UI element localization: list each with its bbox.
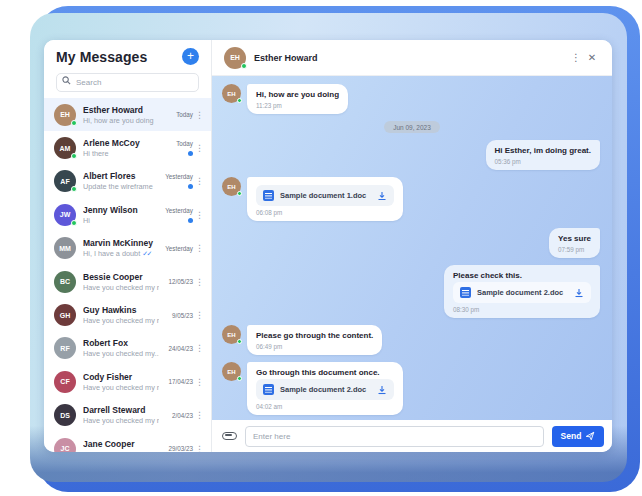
contact-name: Marvin McKinney xyxy=(83,238,159,248)
read-receipt-icon: ✓✓ xyxy=(142,250,151,257)
message-bubble: Hi, how are you doing 11:23 pm xyxy=(247,84,348,114)
send-button[interactable]: Send xyxy=(552,426,604,447)
message-preview: Hi there xyxy=(83,149,159,158)
download-icon[interactable] xyxy=(377,385,387,395)
contact-name: Jane Cooper xyxy=(83,439,159,449)
file-attachment: Sample document 1.doc xyxy=(256,185,394,206)
contact-name: Jenny Wilson xyxy=(83,205,159,215)
message-outgoing: Yes sure 07:59 pm xyxy=(222,228,602,258)
conversation-row-robert-fox[interactable]: RF Robert FoxHave you checked my... ✓✓ 2… xyxy=(44,332,211,365)
contact-name: Darrell Steward xyxy=(83,405,159,415)
contact-name: Robert Fox xyxy=(83,338,159,348)
search-icon xyxy=(62,76,71,85)
message-time: 04:02 am xyxy=(256,403,394,410)
message-input[interactable] xyxy=(245,426,544,447)
conversation-row-albert-flores[interactable]: AF Albert FloresUpdate the wireframe Yes… xyxy=(44,165,211,198)
message-time: 06:49 pm xyxy=(256,343,373,350)
online-dot xyxy=(237,98,242,103)
kebab-menu-icon[interactable]: ⋮ xyxy=(193,410,203,420)
message-time: 08:30 pm xyxy=(453,306,591,313)
avatar: EH xyxy=(222,362,241,381)
search-input[interactable] xyxy=(56,73,199,92)
file-attachment: Sample document 2.doc xyxy=(256,379,394,400)
conversation-date: 12/05/23 xyxy=(168,278,193,285)
conversation-date: 17/04/23 xyxy=(168,378,193,385)
message-time: 11:23 pm xyxy=(256,102,339,109)
message-incoming: EH Go through this document once. Sample… xyxy=(222,362,602,415)
new-message-button[interactable]: + xyxy=(182,48,199,65)
document-icon xyxy=(460,287,471,298)
message-incoming: EH Sample document 1.doc 06:08 pm xyxy=(222,177,602,221)
avatar: EH xyxy=(222,325,241,344)
sidebar-header: My Messages + xyxy=(44,40,211,71)
message-bubble: Sample document 1.doc 06:08 pm xyxy=(247,177,403,221)
conversation-row-darrell-steward[interactable]: DS Darrell StewardHave you checked my ma… xyxy=(44,399,211,432)
conversation-row-arlene-mccoy[interactable]: AM Arlene McCoyHi there Today ⋮ xyxy=(44,131,211,164)
download-icon[interactable] xyxy=(574,288,584,298)
kebab-menu-icon[interactable]: ⋮ xyxy=(193,143,203,153)
avatar: AM xyxy=(54,137,76,159)
file-attachment: Sample document 2.doc xyxy=(453,282,591,303)
online-dot xyxy=(241,63,247,69)
message-preview: Update the wireframe xyxy=(83,182,159,191)
conversation-list: EH Esther HowardHi, how are you doing To… xyxy=(44,98,211,452)
chat-menu-icon[interactable]: ⋮ xyxy=(568,52,584,63)
contact-name: Guy Hawkins xyxy=(83,305,159,315)
chat-contact-name: Esther Howard xyxy=(254,53,318,63)
avatar: RF xyxy=(54,337,76,359)
download-icon[interactable] xyxy=(377,191,387,201)
chat-header: EH Esther Howard ⋮ ✕ xyxy=(212,40,612,76)
message-outgoing: Hi Esther, im doing great. 05:36 pm xyxy=(222,140,602,170)
contact-name: Esther Howard xyxy=(83,105,159,115)
conversation-date: Today xyxy=(176,111,193,118)
kebab-menu-icon[interactable]: ⋮ xyxy=(193,277,203,287)
conversation-row-jenny-wilson[interactable]: JW Jenny WilsonHi Yesterday ⋮ xyxy=(44,198,211,231)
page-title: My Messages xyxy=(56,49,147,65)
conversation-row-bessie-cooper[interactable]: BC Bessie CooperHave you checked my mail… xyxy=(44,265,211,298)
message-incoming: EH Hi, how are you doing 11:23 pm xyxy=(222,84,602,114)
messenger-window: My Messages + EH Esther HowardHi, how ar… xyxy=(44,40,612,452)
search-box xyxy=(56,71,199,92)
contact-name: Albert Flores xyxy=(83,171,159,181)
contact-avatar: EH xyxy=(224,47,246,69)
conversation-date: 29/03/23 xyxy=(168,445,193,452)
avatar: DS xyxy=(54,404,76,426)
date-separator: Jun 09, 2023 xyxy=(384,121,440,133)
conversation-date: Yesterday xyxy=(165,245,193,252)
document-icon xyxy=(263,384,274,395)
conversation-row-jane-cooper[interactable]: JC Jane CooperHave you checked my mail 2… xyxy=(44,432,211,452)
contact-name: Arlene McCoy xyxy=(83,138,159,148)
conversation-sidebar: My Messages + EH Esther HowardHi, how ar… xyxy=(44,40,212,452)
kebab-menu-icon[interactable]: ⋮ xyxy=(193,243,203,253)
kebab-menu-icon[interactable]: ⋮ xyxy=(193,176,203,186)
avatar: JW xyxy=(54,204,76,226)
kebab-menu-icon[interactable]: ⋮ xyxy=(193,343,203,353)
conversation-row-esther-howard[interactable]: EH Esther HowardHi, how are you doing To… xyxy=(44,98,211,131)
close-icon[interactable]: ✕ xyxy=(584,52,600,63)
avatar: EH xyxy=(222,177,241,196)
message-bubble: Please go through the content. 06:49 pm xyxy=(247,325,382,355)
message-history: EH Hi, how are you doing 11:23 pm Jun 09… xyxy=(212,76,612,420)
avatar: EH xyxy=(54,104,76,126)
attachment-icon[interactable] xyxy=(222,432,237,440)
message-preview: Hi xyxy=(83,216,159,225)
conversation-date: 9/05/23 xyxy=(172,312,193,319)
message-preview: Have you checked my mail xyxy=(83,316,159,325)
message-incoming: EH Please go through the content. 06:49 … xyxy=(222,325,602,355)
kebab-menu-icon[interactable]: ⋮ xyxy=(193,310,203,320)
kebab-menu-icon[interactable]: ⋮ xyxy=(193,444,203,452)
message-preview: Hi, how are you doing xyxy=(83,116,159,125)
conversation-row-guy-hawkins[interactable]: GH Guy HawkinsHave you checked my mail 9… xyxy=(44,298,211,331)
message-preview: Have you checked my mail xyxy=(83,416,159,425)
online-dot xyxy=(71,220,77,226)
kebab-menu-icon[interactable]: ⋮ xyxy=(193,110,203,120)
kebab-menu-icon[interactable]: ⋮ xyxy=(193,377,203,387)
contact-name: Bessie Cooper xyxy=(83,272,159,282)
message-preview: Have you checked my mail xyxy=(83,283,159,292)
conversation-row-marvin-mckinney[interactable]: MM Marvin McKinneyHi, I have a doubt ✓✓ … xyxy=(44,232,211,265)
kebab-menu-icon[interactable]: ⋮ xyxy=(193,210,203,220)
conversation-row-cody-fisher[interactable]: CF Cody FisherHave you checked my mail 1… xyxy=(44,365,211,398)
message-time: 05:36 pm xyxy=(495,158,591,165)
conversation-date: 2/04/23 xyxy=(172,412,193,419)
message-time: 06:08 pm xyxy=(256,209,394,216)
